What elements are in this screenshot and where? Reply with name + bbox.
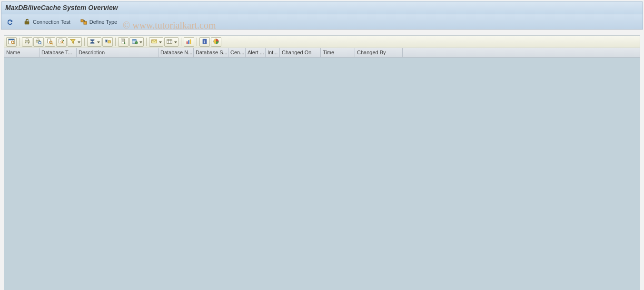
sum-icon <box>89 38 96 46</box>
title-bar: MaxDB/liveCache System Overview <box>1 1 643 14</box>
column-header[interactable]: Changed On <box>280 48 321 57</box>
svg-rect-18 <box>132 39 137 40</box>
toolbar-separator <box>146 38 147 46</box>
find-next-icon <box>58 38 65 46</box>
chart-icon <box>186 38 192 46</box>
column-header[interactable]: Database T... <box>40 48 77 57</box>
toolbar-separator <box>181 38 181 46</box>
info-icon: i <box>201 38 208 46</box>
column-header[interactable]: Time <box>321 48 355 57</box>
grid-container: i NameDatabase T...DescriptionDatabase N… <box>4 35 640 290</box>
filter-icon <box>69 38 76 46</box>
connection-test-button[interactable]: Connection Test <box>21 16 72 28</box>
column-header[interactable]: Name <box>4 48 40 57</box>
svg-rect-9 <box>37 39 39 40</box>
svg-rect-6 <box>26 39 28 40</box>
svg-rect-7 <box>26 42 28 44</box>
print-button[interactable] <box>22 37 32 47</box>
define-type-icon <box>80 18 88 26</box>
svg-rect-23 <box>188 40 189 44</box>
layout-icon <box>166 38 173 46</box>
refresh-icon <box>6 18 14 26</box>
export-button[interactable] <box>118 37 129 47</box>
subtotal-button[interactable] <box>102 37 113 47</box>
svg-rect-21 <box>167 39 172 43</box>
svg-rect-1 <box>84 21 87 24</box>
column-header[interactable]: Int... <box>266 48 280 57</box>
print-preview-icon <box>35 38 42 46</box>
chart-button[interactable] <box>184 37 194 47</box>
grid-column-headers: NameDatabase T...DescriptionDatabase N..… <box>4 48 640 58</box>
toolbar-separator <box>197 38 197 46</box>
toolbar-separator <box>19 38 20 46</box>
column-header[interactable]: Description <box>77 48 159 57</box>
print-icon <box>24 38 30 46</box>
legend-button[interactable] <box>211 37 221 47</box>
local-file-icon <box>131 38 138 46</box>
mail-button[interactable] <box>149 37 163 47</box>
column-header[interactable]: Cen... <box>228 48 246 57</box>
svg-rect-15 <box>108 40 110 43</box>
print-preview-button[interactable] <box>33 37 44 47</box>
info-button[interactable]: i <box>199 37 210 47</box>
mail-icon <box>151 38 158 46</box>
details-button[interactable] <box>6 37 17 47</box>
layout-button[interactable] <box>164 37 178 47</box>
local-file-button[interactable] <box>129 37 144 47</box>
details-icon <box>8 38 15 46</box>
column-header[interactable]: Changed By <box>355 48 403 57</box>
define-type-label: Define Type <box>89 19 118 25</box>
svg-rect-3 <box>9 39 14 40</box>
toolbar-separator <box>115 38 116 46</box>
column-header[interactable]: Alert ... <box>246 48 266 57</box>
grid-body <box>4 58 640 290</box>
column-header[interactable]: Database S... <box>194 48 228 57</box>
legend-icon <box>213 38 219 46</box>
column-header[interactable]: Database N... <box>159 48 194 57</box>
svg-rect-24 <box>190 39 191 44</box>
svg-rect-0 <box>81 20 83 22</box>
find-icon <box>47 38 53 46</box>
find-button[interactable] <box>45 37 55 47</box>
page-title: MaxDB/liveCache System Overview <box>5 4 118 11</box>
refresh-button[interactable] <box>4 16 16 28</box>
filter-button[interactable] <box>68 37 82 47</box>
svg-rect-22 <box>187 41 188 44</box>
export-icon <box>120 38 127 46</box>
app-toolbar: Connection Test Define Type <box>1 14 643 30</box>
grid-toolbar: i <box>4 36 640 48</box>
subtotal-icon <box>104 38 111 46</box>
lock-open-icon <box>23 18 31 26</box>
toolbar-separator <box>84 38 85 46</box>
find-next-button[interactable] <box>56 37 67 47</box>
connection-test-label: Connection Test <box>33 19 70 25</box>
define-type-button[interactable]: Define Type <box>78 16 119 28</box>
sum-button[interactable] <box>87 37 101 47</box>
svg-point-19 <box>135 41 138 44</box>
